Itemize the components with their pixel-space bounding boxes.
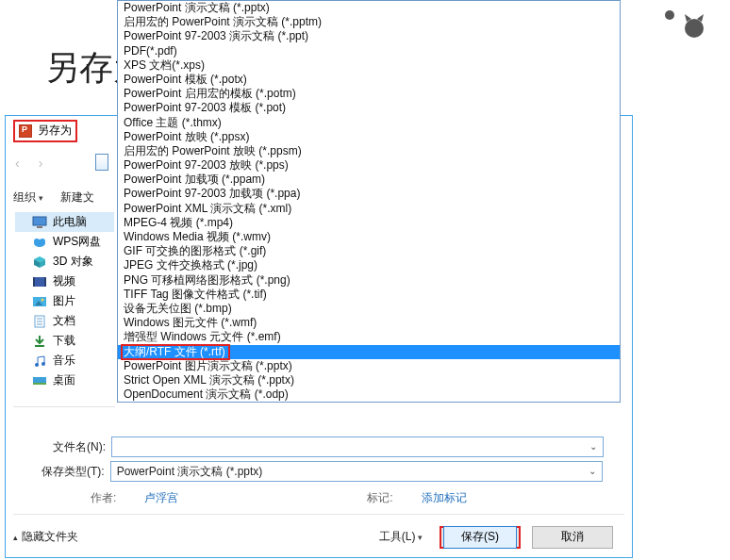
sidebar-item-label: WPS网盘 xyxy=(53,234,101,250)
filetype-option[interactable]: PowerPoint 97-2003 演示文稿 (*.ppt) xyxy=(118,29,620,43)
filetype-option[interactable]: PNG 可移植网络图形格式 (*.png) xyxy=(118,273,620,288)
filetype-option[interactable]: OpenDocument 演示文稿 (*.odp) xyxy=(118,387,620,402)
sidebar: 此电脑 WPS网盘 3D 对象 视频 图片 文档 下载 音乐 xyxy=(15,212,114,390)
filetype-option[interactable]: Strict Open XML 演示文稿 (*.pptx) xyxy=(118,373,620,387)
sidebar-item-label: 3D 对象 xyxy=(53,254,93,270)
separator xyxy=(13,406,115,407)
metadata-row: 作者: 卢浮宫 标记: 添加标记 xyxy=(91,490,467,506)
sidebar-item-pictures[interactable]: 图片 xyxy=(15,291,114,311)
svg-point-11 xyxy=(40,239,45,244)
svg-rect-7 xyxy=(33,217,46,225)
sidebar-item-desktop[interactable]: 桌面 xyxy=(15,371,114,390)
new-folder-button[interactable]: 新建文 xyxy=(60,189,94,206)
dialog-title: 另存为 xyxy=(38,123,72,139)
filetype-option[interactable]: Office 主题 (*.thmx) xyxy=(118,116,620,130)
svg-rect-17 xyxy=(44,277,46,287)
chevron-down-icon: ⌄ xyxy=(589,441,597,452)
filetype-option[interactable]: PowerPoint 加载项 (*.ppam) xyxy=(118,173,620,187)
filetype-option[interactable]: Windows 图元文件 (*.wmf) xyxy=(118,316,620,330)
filetype-option[interactable]: PowerPoint 97-2003 放映 (*.pps) xyxy=(118,158,620,173)
filetype-option[interactable]: 启用宏的 PowerPoint 放映 (*.ppsm) xyxy=(118,144,620,158)
svg-point-4 xyxy=(685,19,704,38)
forward-button[interactable]: › xyxy=(39,156,43,171)
hide-folders-label: 隐藏文件夹 xyxy=(22,529,78,545)
path-file-icon xyxy=(95,154,108,171)
back-button[interactable]: ‹ xyxy=(15,156,20,171)
filetype-option[interactable]: GIF 可交换的图形格式 (*.gif) xyxy=(118,244,620,258)
sidebar-item-label: 图片 xyxy=(53,293,75,309)
save-button[interactable]: 保存(S) xyxy=(443,526,517,549)
svg-rect-25 xyxy=(35,345,44,347)
picture-icon xyxy=(32,295,47,308)
document-icon xyxy=(32,315,47,328)
caret-up-icon: ▴ xyxy=(13,533,18,542)
filetype-option[interactable]: PowerPoint 97-2003 模板 (*.pot) xyxy=(118,101,620,115)
filetype-option[interactable]: 启用宏的 PowerPoint 演示文稿 (*.pptm) xyxy=(118,15,620,29)
cloud-icon xyxy=(32,236,47,249)
sidebar-item-label: 文档 xyxy=(53,313,75,329)
sidebar-item-label: 下载 xyxy=(53,333,75,349)
download-icon xyxy=(32,335,47,348)
filetype-options-list[interactable]: PowerPoint 演示文稿 (*.pptx)启用宏的 PowerPoint … xyxy=(117,0,621,403)
organize-menu[interactable]: 组织 xyxy=(13,189,43,206)
svg-point-26 xyxy=(35,363,39,367)
sidebar-item-label: 视频 xyxy=(53,273,75,289)
svg-rect-8 xyxy=(37,226,42,228)
tools-menu[interactable]: 工具(L) xyxy=(379,529,423,545)
sidebar-item-downloads[interactable]: 下载 xyxy=(15,331,114,351)
highlight-box: 大纲/RTF 文件 (*.rtf) xyxy=(121,344,230,360)
author-label: 作者: xyxy=(91,490,116,506)
filetype-value: PowerPoint 演示文稿 (*.pptx) xyxy=(117,464,263,480)
svg-rect-15 xyxy=(33,277,46,287)
sidebar-item-documents[interactable]: 文档 xyxy=(15,311,114,331)
filetype-dropdown[interactable]: PowerPoint 演示文稿 (*.pptx) ⌄ xyxy=(110,461,603,482)
cancel-button[interactable]: 取消 xyxy=(532,526,613,549)
filetype-option[interactable]: Windows Media 视频 (*.wmv) xyxy=(118,230,620,244)
bottom-bar: ▴ 隐藏文件夹 工具(L) 保存(S) 取消 xyxy=(13,514,624,552)
svg-point-27 xyxy=(41,362,45,366)
sidebar-item-videos[interactable]: 视频 xyxy=(15,272,114,291)
filetype-option[interactable]: PowerPoint 图片演示文稿 (*.pptx) xyxy=(118,359,620,373)
svg-point-20 xyxy=(41,298,44,301)
filetype-option[interactable]: 设备无关位图 (*.bmp) xyxy=(118,302,620,316)
filetype-option[interactable]: MPEG-4 视频 (*.mp4) xyxy=(118,216,620,230)
hide-folders-toggle[interactable]: ▴ 隐藏文件夹 xyxy=(13,529,78,545)
sidebar-item-3d[interactable]: 3D 对象 xyxy=(15,252,114,272)
filetype-option[interactable]: PowerPoint 启用宏的模板 (*.potm) xyxy=(118,87,620,101)
svg-rect-29 xyxy=(33,383,46,385)
desktop-icon xyxy=(32,374,47,387)
dialog-title-area: 另存为 xyxy=(13,120,77,142)
sidebar-item-music[interactable]: 音乐 xyxy=(15,351,114,371)
sidebar-item-label: 桌面 xyxy=(53,372,75,388)
video-icon xyxy=(32,275,47,288)
filetype-option[interactable]: PDF(*.pdf) xyxy=(118,44,620,58)
filetype-option[interactable]: 增强型 Windows 元文件 (*.emf) xyxy=(118,330,620,344)
tags-label: 标记: xyxy=(367,490,392,506)
sidebar-item-label: 此电脑 xyxy=(53,214,87,230)
svg-rect-16 xyxy=(33,277,35,287)
monitor-icon xyxy=(32,216,47,229)
filetype-label: 保存类型(T): xyxy=(41,464,105,480)
sidebar-item-wps[interactable]: WPS网盘 xyxy=(15,232,114,252)
filetype-option[interactable]: PowerPoint 演示文稿 (*.pptx) xyxy=(118,1,620,15)
author-value[interactable]: 卢浮宫 xyxy=(144,490,178,506)
sidebar-item-this-pc[interactable]: 此电脑 xyxy=(15,212,114,232)
filetype-option[interactable]: PowerPoint 放映 (*.ppsx) xyxy=(118,130,620,144)
filetype-option[interactable]: TIFF Tag 图像文件格式 (*.tif) xyxy=(118,288,620,302)
sidebar-item-label: 音乐 xyxy=(53,353,75,369)
filetype-option[interactable]: PowerPoint XML 演示文稿 (*.xml) xyxy=(118,202,620,216)
tags-value[interactable]: 添加标记 xyxy=(422,490,467,506)
filetype-option[interactable]: XPS 文档(*.xps) xyxy=(118,58,620,73)
filetype-option[interactable]: PowerPoint 97-2003 加载项 (*.ppa) xyxy=(118,187,620,201)
filetype-option[interactable]: 大纲/RTF 文件 (*.rtf)大纲/RTF 文件 (*.rtf) xyxy=(118,345,620,359)
svg-point-10 xyxy=(34,239,40,244)
cube-icon xyxy=(32,255,47,269)
filename-label: 文件名(N): xyxy=(53,439,106,455)
save-button-highlight: 保存(S) xyxy=(440,526,521,549)
powerpoint-icon xyxy=(19,124,32,138)
filetype-option[interactable]: PowerPoint 模板 (*.potx) xyxy=(118,73,620,87)
chevron-down-icon: ⌄ xyxy=(589,466,596,476)
filename-input[interactable]: ⌄ xyxy=(111,436,604,457)
filetype-option[interactable]: JPEG 文件交换格式 (*.jpg) xyxy=(118,258,620,272)
svg-point-3 xyxy=(665,10,674,20)
